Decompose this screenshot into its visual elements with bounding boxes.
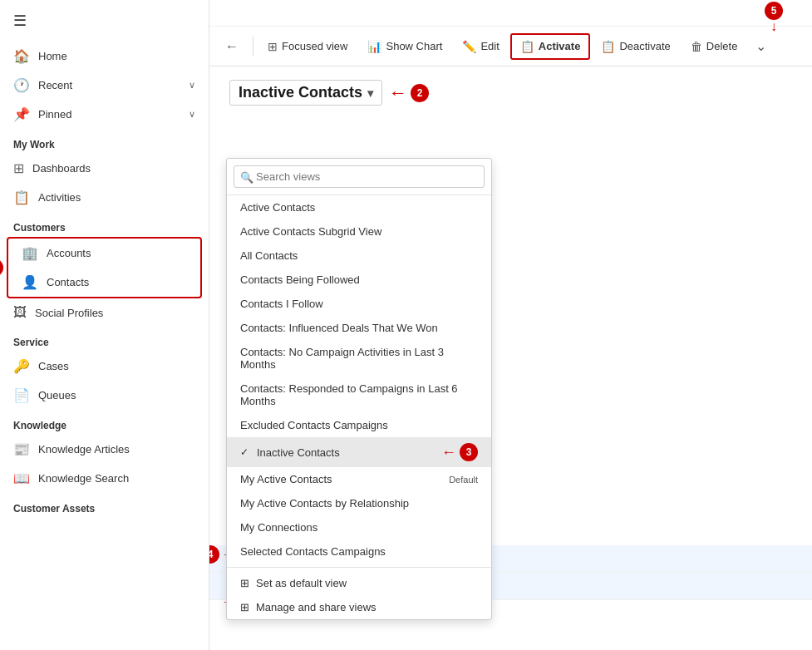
dropdown-divider: [227, 567, 491, 568]
dropdown-item-label: Contacts: Influenced Deals That We Won: [240, 322, 438, 334]
edit-button[interactable]: ✏️ Edit: [453, 34, 508, 59]
accounts-icon: 🏢: [22, 245, 38, 261]
sidebar-item-dashboards[interactable]: ⊞ Dashboards: [0, 154, 209, 183]
home-icon: 🏠: [13, 48, 30, 64]
dropdown-item-contacts-being-followed[interactable]: Contacts Being Followed: [227, 268, 491, 292]
sidebar-item-contacts[interactable]: 👤 Contacts: [8, 268, 200, 297]
dropdown-item-excluded-contacts[interactable]: Excluded Contacts Campaigns: [227, 413, 491, 437]
dropdown-item-no-campaign-activities[interactable]: Contacts: No Campaign Activities in Last…: [227, 340, 491, 377]
sidebar-item-label: Cases: [38, 360, 69, 372]
dropdown-action-label: Set as default view: [256, 577, 347, 589]
hamburger-button[interactable]: ☰: [0, 0, 209, 42]
annotation-3-container: ← 3: [441, 443, 478, 461]
sidebar-item-knowledge-articles[interactable]: 📰 Knowledge Articles: [0, 435, 209, 464]
dropdown-item-all-contacts[interactable]: All Contacts: [227, 244, 491, 268]
delete-label: Delete: [706, 40, 738, 52]
dropdown-item-label: Contacts: Responded to Campaigns in Last…: [240, 382, 478, 407]
pin-icon: 📌: [13, 106, 30, 122]
toolbar: ← ⊞ Focused view 📊 Show Chart ✏️ Edit 📋 …: [209, 27, 812, 66]
sidebar-item-label: Social Profiles: [35, 307, 103, 319]
section-service: Service: [0, 327, 209, 352]
annotation-2: 2: [411, 84, 429, 102]
view-title-dropdown-button[interactable]: Inactive Contacts ▾: [229, 80, 382, 106]
toolbar-separator: [253, 37, 253, 57]
show-chart-icon: 📊: [367, 40, 381, 53]
knowledge-articles-icon: 📰: [13, 441, 30, 457]
sidebar-item-accounts[interactable]: 🏢 Accounts: [8, 239, 200, 268]
edit-icon: ✏️: [462, 40, 476, 53]
manage-share-views-action[interactable]: ⊞ Manage and share views: [227, 595, 491, 619]
sidebar-item-label: Knowledge Articles: [38, 443, 130, 455]
dropdown-search-area: 🔍: [227, 159, 491, 195]
more-button[interactable]: ⌄: [748, 32, 774, 60]
set-default-icon: ⊞: [240, 577, 249, 589]
sidebar-item-label: Home: [38, 50, 67, 62]
dropdown-item-active-contacts[interactable]: Active Contacts: [227, 195, 491, 219]
knowledge-search-icon: 📖: [13, 470, 30, 486]
sidebar-item-recent[interactable]: 🕐 Recent ∨: [0, 71, 209, 100]
dropdown-item-my-active-contacts[interactable]: My Active Contacts Default: [227, 467, 491, 491]
dropdown-item-influenced-deals[interactable]: Contacts: Influenced Deals That We Won: [227, 316, 491, 340]
dropdown-item-active-contacts-subgrid[interactable]: Active Contacts Subgrid View: [227, 219, 491, 244]
sidebar-item-pinned[interactable]: 📌 Pinned ∨: [0, 100, 209, 129]
activities-icon: 📋: [13, 190, 30, 205]
dropdown-item-my-active-contacts-relationship[interactable]: My Active Contacts by Relationship: [227, 491, 491, 515]
delete-icon: 🗑: [691, 40, 702, 53]
dropdown-item-responded-to-campaigns[interactable]: Contacts: Responded to Campaigns in Last…: [227, 377, 491, 413]
sidebar-item-label: Pinned: [38, 108, 71, 121]
activate-icon: 📋: [520, 40, 534, 53]
dropdown-item-my-connections[interactable]: My Connections: [227, 515, 491, 539]
edit-label: Edit: [480, 40, 499, 52]
sidebar-item-queues[interactable]: 📄 Queues: [0, 381, 209, 410]
show-chart-button[interactable]: 📊 Show Chart: [358, 34, 451, 59]
annotation-2-arrow: ←: [389, 82, 407, 104]
dropdown-item-label: My Active Contacts by Relationship: [240, 497, 409, 510]
annotation-1: 1: [0, 259, 3, 277]
queues-icon: 📄: [13, 387, 30, 403]
sidebar: ☰ 🏠 Home 🕐 Recent ∨ 📌 Pinned ∨ My Work ⊞…: [0, 0, 209, 650]
search-icon: 🔍: [240, 170, 253, 183]
dropdown-item-label: Contacts Being Followed: [240, 273, 360, 286]
set-default-view-action[interactable]: ⊞ Set as default view: [227, 571, 491, 595]
activate-button[interactable]: 📋 Activate: [510, 33, 591, 60]
dropdown-item-label: My Active Contacts: [240, 473, 332, 485]
sidebar-item-social-profiles[interactable]: 🖼 Social Profiles: [0, 298, 209, 327]
main-content: 5 ↓ ← ⊞ Focused view 📊 Show Chart ✏️ Edi…: [209, 0, 812, 650]
search-wrap: 🔍: [234, 165, 485, 188]
search-views-input[interactable]: [234, 165, 485, 188]
dropdown-item-label: Excluded Contacts Campaigns: [240, 419, 388, 431]
contacts-icon: 👤: [22, 274, 38, 290]
focused-view-button[interactable]: ⊞ Focused view: [258, 34, 357, 59]
dropdown-item-selected-contacts-campaigns[interactable]: Selected Contacts Campaigns: [227, 539, 491, 564]
content-area: Inactive Contacts ▾ ← 2 🔍 Active Contact…: [209, 66, 812, 650]
dropdown-item-label: My Connections: [240, 521, 317, 534]
social-profiles-icon: 🖼: [13, 305, 27, 320]
annotation-5-area: 5 ↓: [209, 0, 812, 27]
view-title: Inactive Contacts: [239, 84, 362, 101]
dropdown-item-inactive-contacts[interactable]: ✓ Inactive Contacts ← 3: [227, 437, 491, 467]
back-button[interactable]: ←: [216, 33, 248, 60]
sidebar-item-home[interactable]: 🏠 Home: [0, 42, 209, 71]
customers-highlight-box: 1 🏢 Accounts 👤 Contacts: [7, 237, 202, 298]
sidebar-item-label: Recent: [38, 79, 72, 91]
section-knowledge: Knowledge: [0, 410, 209, 435]
dropdown-item-contacts-i-follow[interactable]: Contacts I Follow: [227, 292, 491, 316]
chevron-down-icon: ∨: [189, 109, 195, 120]
dropdown-item-label: Inactive Contacts: [257, 446, 340, 459]
deactivate-button[interactable]: 📋 Deactivate: [592, 34, 679, 59]
annotation-5: 5: [765, 2, 783, 20]
sidebar-item-cases[interactable]: 🔑 Cases: [0, 352, 209, 381]
section-customer-assets: Customer Assets: [0, 493, 209, 518]
section-customers: Customers: [0, 212, 209, 237]
dropdown-item-label: Selected Contacts Campaigns: [240, 545, 386, 558]
dropdown-item-label: Contacts: No Campaign Activities in Last…: [240, 346, 478, 371]
annotation-3-arrow: ←: [441, 444, 456, 461]
dropdown-action-label: Manage and share views: [256, 601, 376, 613]
annotation-4: 4: [209, 545, 219, 564]
cases-icon: 🔑: [13, 358, 30, 374]
activate-label: Activate: [539, 40, 581, 52]
delete-button[interactable]: 🗑 Delete: [682, 34, 747, 59]
focused-view-icon: ⊞: [268, 40, 278, 53]
sidebar-item-activities[interactable]: 📋 Activities: [0, 183, 209, 212]
sidebar-item-knowledge-search[interactable]: 📖 Knowledge Search: [0, 464, 209, 493]
